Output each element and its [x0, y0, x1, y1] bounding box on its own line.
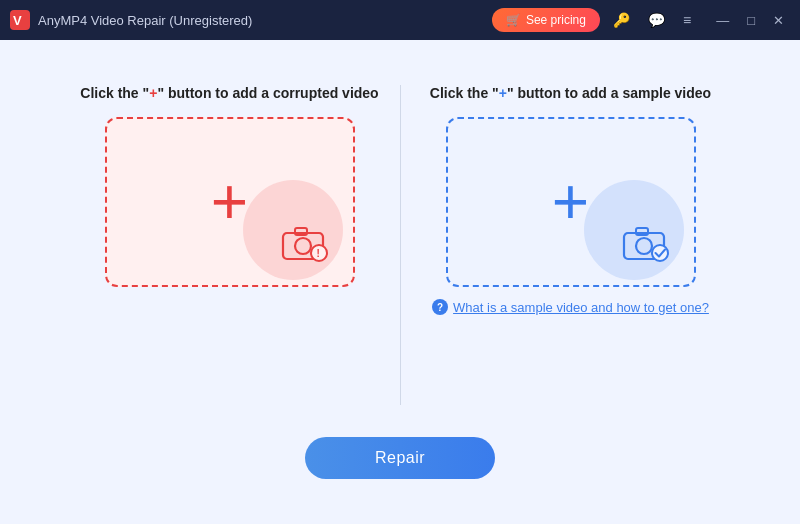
corrupted-drop-zone-inner: + !	[107, 119, 353, 285]
svg-point-3	[295, 238, 311, 254]
chat-button[interactable]: 💬	[643, 10, 670, 30]
close-button[interactable]: ✕	[767, 11, 790, 30]
sample-panel-instruction: Click the "+" button to add a sample vid…	[430, 85, 711, 101]
help-link[interactable]: What is a sample video and how to get on…	[453, 300, 709, 315]
sample-camera-icon	[622, 223, 672, 267]
menu-button[interactable]: ≡	[678, 10, 696, 30]
title-bar: V AnyMP4 Video Repair (Unregistered) 🛒 S…	[0, 0, 800, 40]
maximize-button[interactable]: □	[741, 11, 761, 30]
corrupted-camera-icon: !	[281, 223, 331, 267]
repair-button-row: Repair	[305, 437, 495, 479]
minimize-button[interactable]: —	[710, 11, 735, 30]
see-pricing-button[interactable]: 🛒 See pricing	[492, 8, 600, 32]
panels-row: Click the "+" button to add a corrupted …	[40, 85, 760, 405]
app-logo: V	[10, 10, 30, 30]
sample-video-panel: Click the "+" button to add a sample vid…	[421, 85, 721, 315]
svg-point-8	[636, 238, 652, 254]
sample-drop-zone[interactable]: +	[446, 117, 696, 287]
key-button[interactable]: 🔑	[608, 10, 635, 30]
repair-button[interactable]: Repair	[305, 437, 495, 479]
svg-text:!: !	[316, 248, 319, 259]
panel-divider	[400, 85, 401, 405]
cart-icon: 🛒	[506, 13, 521, 27]
title-bar-actions: 🛒 See pricing 🔑 💬 ≡ — □ ✕	[492, 8, 790, 32]
corrupted-panel-instruction: Click the "+" button to add a corrupted …	[80, 85, 378, 101]
svg-text:V: V	[13, 13, 22, 28]
corrupted-video-panel: Click the "+" button to add a corrupted …	[80, 85, 380, 287]
main-content: Click the "+" button to add a corrupted …	[0, 40, 800, 524]
sample-drop-zone-inner: +	[448, 119, 694, 285]
window-controls: — □ ✕	[710, 11, 790, 30]
help-icon: ?	[432, 299, 448, 315]
corrupted-drop-zone[interactable]: + !	[105, 117, 355, 287]
svg-point-10	[652, 245, 668, 261]
help-link-row: ? What is a sample video and how to get …	[432, 299, 709, 315]
app-title: AnyMP4 Video Repair (Unregistered)	[38, 13, 492, 28]
